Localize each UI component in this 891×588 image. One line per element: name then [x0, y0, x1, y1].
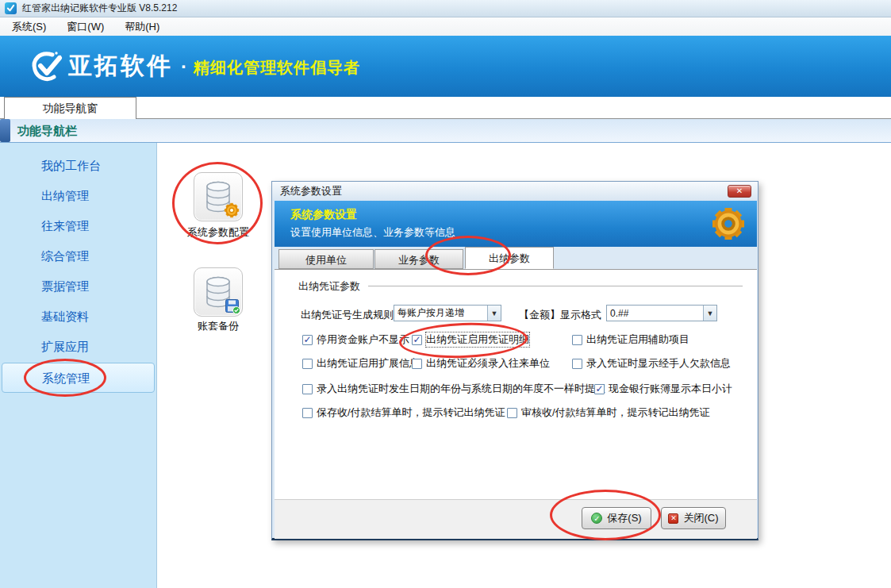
- close-button[interactable]: ✕ 关闭(C): [661, 507, 726, 529]
- dialog-close-button[interactable]: ✕: [728, 185, 751, 198]
- brand-logo-icon: [29, 49, 63, 84]
- tool-label-system-params-config: 系统参数配置: [163, 225, 274, 240]
- checkbox-enable-voucher-detail[interactable]: ✓ 出纳凭证启用凭证明细: [412, 332, 529, 347]
- gear-icon: [709, 205, 747, 243]
- dialog-titlebar: 系统参数设置 ✕: [272, 182, 758, 201]
- cashier-params-page: 出纳凭证参数 出纳凭证号生成规则 每账户按月递增 ▼ 【金额】显示格式 0.##…: [275, 269, 757, 499]
- checkbox-box[interactable]: ✓: [302, 408, 313, 418]
- window-titlebar: 红管家出纳记账软件专业版 V8.5.212: [0, 0, 891, 17]
- checkbox-hide-disabled-accounts[interactable]: ✓ 停用资金账户不显示: [302, 332, 409, 347]
- amount-format-label: 【金额】显示格式: [519, 308, 601, 322]
- sidebar-item-cashier-management[interactable]: 出纳管理: [0, 184, 156, 208]
- select-amount-format[interactable]: 0.## ▼: [606, 305, 717, 321]
- save-button-label: 保存(S): [607, 511, 641, 525]
- checkbox-box[interactable]: ✓: [302, 384, 313, 394]
- sidebar-item-bills-management[interactable]: 票据管理: [0, 275, 156, 298]
- checkbox-box[interactable]: ✓: [302, 359, 313, 369]
- checkbox-box[interactable]: ✓: [594, 384, 605, 394]
- nav-accent-block: [0, 119, 10, 142]
- menu-help[interactable]: 帮助(H): [114, 18, 170, 36]
- tool-system-params-config[interactable]: [194, 172, 243, 221]
- sidebar-item-my-workbench[interactable]: 我的工作台: [0, 154, 156, 178]
- dialog-header-banner: 系统参数设置 设置使用单位信息、业务参数等信息: [275, 201, 757, 247]
- x-square-icon: ✕: [668, 513, 678, 524]
- voucher-number-rule-label: 出纳凭证号生成规则: [301, 308, 394, 322]
- dialog-tabstrip: 使用单位 业务参数 出纳参数: [275, 247, 757, 269]
- app-logo-icon: [5, 2, 17, 14]
- sidebar-item-comprehensive-management[interactable]: 综合管理: [0, 244, 156, 268]
- gear-icon: [223, 202, 240, 219]
- brand-slogan: 精细化管理软件倡导者: [194, 54, 360, 79]
- checkbox-box[interactable]: ✓: [572, 335, 582, 345]
- check-circle-icon: ✓: [591, 513, 602, 524]
- voucher-number-rule-value: 每账户按月递增: [394, 306, 487, 320]
- sidebar-item-contacts-management[interactable]: 往来管理: [0, 214, 156, 238]
- tool-label-account-backup: 账套备份: [163, 319, 274, 333]
- group-title: 出纳凭证参数: [298, 279, 360, 294]
- select-voucher-number-rule[interactable]: 每账户按月递增 ▼: [394, 305, 501, 321]
- dialog-header-subtitle: 设置使用单位信息、业务参数等信息: [290, 225, 455, 240]
- close-icon: ✕: [736, 186, 743, 195]
- checkbox-box[interactable]: ✓: [412, 335, 422, 345]
- brand-banner: 亚拓软件 · 精细化管理软件倡导者: [0, 36, 891, 97]
- nav-tabrow: 功能导航窗: [0, 97, 891, 119]
- checkbox-box[interactable]: ✓: [412, 359, 422, 369]
- group-divider: [368, 286, 743, 286]
- nav-header-bar: 功能导航栏: [0, 119, 891, 143]
- sidebar-item-system-management[interactable]: 系统管理: [2, 363, 155, 393]
- menu-system[interactable]: 系统(S): [2, 18, 56, 36]
- checkbox-enable-auxiliary-items[interactable]: ✓ 出纳凭证启用辅助项目: [572, 332, 689, 347]
- dialog-title: 系统参数设置: [280, 182, 342, 201]
- window-title: 红管家出纳记账软件专业版 V8.5.212: [22, 2, 177, 15]
- tab-function-navigation[interactable]: 功能导航窗: [4, 97, 136, 119]
- menu-window[interactable]: 窗口(W): [56, 18, 114, 36]
- tab-business-params[interactable]: 业务参数: [374, 249, 463, 269]
- chevron-down-icon[interactable]: ▼: [487, 306, 501, 321]
- checkbox-box[interactable]: ✓: [302, 335, 313, 345]
- amount-format-value: 0.##: [607, 308, 703, 319]
- nav-header-title: 功能导航栏: [17, 119, 77, 142]
- brand-name: 亚拓软件: [68, 50, 173, 83]
- dialog-footer: ✓ 保存(S) ✕ 关闭(C): [275, 499, 757, 539]
- app-window: 红管家出纳记账软件专业版 V8.5.212 系统(S) 窗口(W) 帮助(H) …: [0, 0, 891, 588]
- chevron-down-icon[interactable]: ▼: [703, 306, 716, 321]
- system-params-dialog: 系统参数设置 ✕ 系统参数设置 设置使用单位信息、业务参数等信息 使用单位 业务…: [271, 181, 759, 540]
- tab-company-info[interactable]: 使用单位: [278, 249, 374, 269]
- sidebar-item-extended-apps[interactable]: 扩展应用: [0, 335, 156, 359]
- checkbox-show-handler-debt-info[interactable]: ✓ 录入凭证时显示经手人欠款信息: [572, 356, 731, 371]
- save-floppy-icon: [225, 298, 240, 314]
- tab-cashier-params[interactable]: 出纳参数: [465, 247, 554, 269]
- checkbox-box[interactable]: ✓: [572, 359, 582, 369]
- checkbox-enable-extended-info[interactable]: ✓ 出纳凭证启用扩展信息: [302, 356, 420, 371]
- save-button[interactable]: ✓ 保存(S): [582, 507, 651, 529]
- checkbox-save-settlement-prompt[interactable]: ✓ 保存收/付款结算单时，提示转记出纳凭证: [302, 405, 505, 420]
- checkbox-box[interactable]: ✓: [507, 408, 517, 418]
- brand-separator: ·: [181, 56, 187, 78]
- tool-account-backup[interactable]: [194, 267, 243, 317]
- dialog-header-title: 系统参数设置: [290, 208, 357, 222]
- sidebar: 我的工作台 出纳管理 往来管理 综合管理 票据管理 基础资料 扩展应用 系统管理: [0, 143, 157, 588]
- checkbox-year-mismatch-reminder[interactable]: ✓ 录入出纳凭证时发生日期的年份与系统日期的年度不一样时提醒: [302, 382, 605, 396]
- checkbox-audit-settlement-prompt[interactable]: ✓ 审核收/付款结算单时，提示转记出纳凭证: [507, 405, 710, 420]
- checkbox-show-daily-subtotal[interactable]: ✓ 现金银行账簿显示本日小计: [594, 382, 732, 396]
- menubar: 系统(S) 窗口(W) 帮助(H): [0, 17, 891, 36]
- close-button-label: 关闭(C): [683, 511, 718, 525]
- sidebar-item-basic-data[interactable]: 基础资料: [0, 305, 156, 329]
- checkbox-require-contact-unit[interactable]: ✓ 出纳凭证必须录入往来单位: [412, 356, 550, 371]
